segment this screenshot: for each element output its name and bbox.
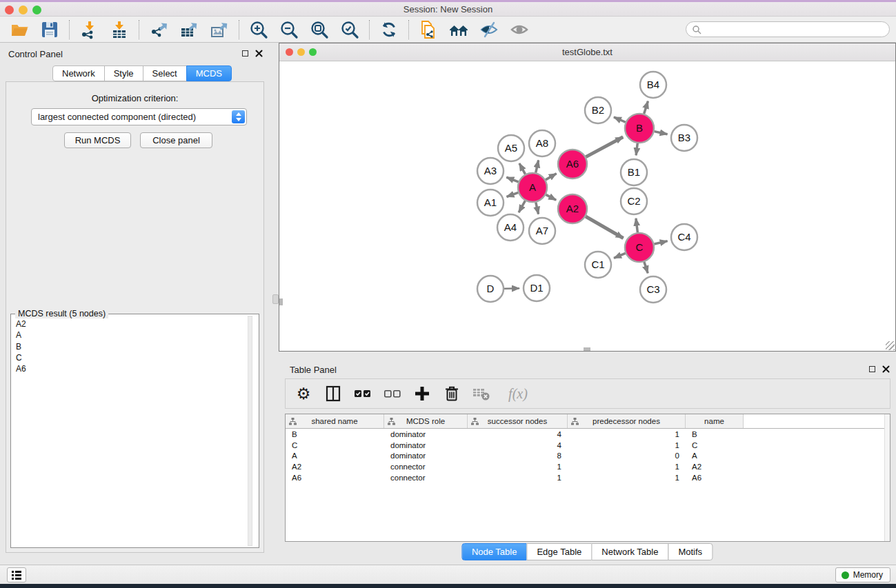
graph-node-A8[interactable]: A8 — [529, 130, 555, 156]
graph-node-D1[interactable]: D1 — [524, 275, 550, 301]
float-table-panel-icon[interactable] — [869, 366, 875, 372]
graph-edge-A-A1[interactable] — [507, 192, 519, 196]
table-row[interactable]: Adominator80A — [286, 451, 890, 462]
graph-node-C1[interactable]: C1 — [585, 252, 611, 278]
graph-node-C4[interactable]: C4 — [671, 224, 697, 250]
graph-edge-A-A3[interactable] — [506, 177, 518, 182]
graph-node-C[interactable]: C — [625, 233, 654, 262]
table-row[interactable]: Cdominator41C — [286, 440, 890, 451]
import-network-icon[interactable] — [79, 19, 99, 40]
table-settings-gear-icon[interactable]: ⚙ — [295, 385, 312, 403]
graph-edge-C-C2[interactable] — [636, 219, 637, 232]
run-mcds-button[interactable]: Run MCDS — [64, 132, 131, 148]
tab-style[interactable]: Style — [104, 65, 143, 81]
column-header-predecessor-nodes[interactable]: predecessor nodes — [568, 414, 686, 428]
export-network-icon[interactable] — [148, 19, 169, 40]
delete-table-icon[interactable] — [472, 385, 490, 403]
graph-node-A[interactable]: A — [518, 173, 547, 202]
zoom-selected-icon[interactable] — [339, 19, 360, 40]
float-panel-icon[interactable] — [242, 50, 248, 57]
show-all-eye-icon[interactable] — [509, 19, 530, 40]
graph-edge-C-C3[interactable] — [644, 262, 648, 273]
mcds-result-item[interactable]: A2 — [12, 318, 257, 330]
graph-node-A5[interactable]: A5 — [498, 135, 524, 161]
graph-node-B3[interactable]: B3 — [671, 125, 697, 151]
save-session-icon[interactable] — [39, 19, 60, 40]
graph-node-A1[interactable]: A1 — [477, 190, 504, 216]
graph-edge-B-B3[interactable] — [655, 132, 668, 134]
graph-edge-A-A4[interactable] — [519, 201, 525, 212]
tab-select[interactable]: Select — [143, 65, 187, 81]
mcds-result-item[interactable]: A — [12, 330, 257, 341]
graph-edge-A-A7[interactable] — [536, 202, 539, 214]
open-file-icon[interactable] — [9, 19, 30, 40]
graph-node-A7[interactable]: A7 — [529, 218, 555, 244]
tab-mcds[interactable]: MCDS — [186, 65, 232, 81]
graph-node-B2[interactable]: B2 — [585, 97, 611, 123]
graph-edge-A-A6[interactable] — [546, 174, 557, 180]
graph-node-A6[interactable]: A6 — [558, 150, 587, 179]
refresh-icon[interactable] — [379, 19, 399, 40]
graph-node-B[interactable]: B — [625, 114, 654, 143]
node-table[interactable]: shared name MCDS role successor nodes pr… — [285, 414, 890, 542]
column-header-successor-nodes[interactable]: successor nodes — [468, 414, 568, 428]
zoom-out-icon[interactable] — [279, 19, 299, 40]
graph-edge-B-B4[interactable] — [644, 101, 648, 114]
tab-node-table[interactable]: Node Table — [461, 543, 528, 560]
graph-node-A3[interactable]: A3 — [477, 158, 504, 184]
graph-edge-C-C4[interactable] — [654, 241, 667, 244]
close-panel-button[interactable]: Close panel — [140, 132, 212, 148]
graph-node-B4[interactable]: B4 — [640, 72, 666, 98]
tab-network-table[interactable]: Network Table — [591, 543, 668, 560]
column-header-name[interactable]: name — [686, 414, 744, 428]
tab-motifs[interactable]: Motifs — [668, 543, 713, 560]
graph-node-A2[interactable]: A2 — [558, 194, 587, 223]
graph-node-D[interactable]: D — [477, 276, 504, 302]
graph-edge-A6-B[interactable] — [586, 137, 623, 157]
mcds-result-item[interactable]: A6 — [12, 363, 257, 374]
import-table-icon[interactable] — [109, 19, 130, 40]
search-field[interactable] — [686, 21, 890, 37]
graph-edge-C-C1[interactable] — [614, 253, 626, 258]
homes-icon[interactable] — [448, 19, 469, 40]
export-table-icon[interactable] — [179, 19, 199, 40]
tab-network[interactable]: Network — [52, 65, 105, 81]
graph-edge-B-B1[interactable] — [636, 143, 637, 155]
network-window-titlebar[interactable]: testGlobe.txt — [279, 43, 895, 61]
delete-column-trash-icon[interactable] — [443, 385, 461, 403]
table-scrollbar[interactable] — [884, 414, 890, 541]
mcds-list-scrollbar[interactable] — [248, 316, 252, 546]
graph-edge-A2-C[interactable] — [586, 216, 624, 239]
graph-node-C3[interactable]: C3 — [640, 276, 666, 303]
select-all-checkboxes-icon[interactable] — [354, 385, 372, 403]
deselect-all-checkboxes-icon[interactable] — [384, 385, 401, 403]
table-row[interactable]: A2connector11A2 — [286, 461, 890, 472]
mcds-result-item[interactable]: C — [12, 352, 257, 363]
search-input[interactable] — [701, 25, 889, 34]
function-builder-icon[interactable]: f(x) — [502, 385, 534, 403]
close-table-panel-icon[interactable] — [882, 365, 890, 373]
task-history-button[interactable] — [7, 567, 26, 582]
graph-node-B1[interactable]: B1 — [621, 159, 647, 185]
graph-edge-A-A8[interactable] — [536, 160, 539, 172]
hide-selected-eye-icon[interactable] — [479, 19, 499, 40]
column-header-mcds-role[interactable]: MCDS role — [384, 414, 468, 428]
panel-splitter-grip[interactable] — [272, 294, 279, 304]
criterion-dropdown[interactable]: largest connected component (directed) — [31, 108, 247, 125]
graph-node-A4[interactable]: A4 — [497, 214, 524, 241]
graph-edge-A-A2[interactable] — [546, 194, 556, 200]
column-header-shared-name[interactable]: shared name — [286, 414, 384, 428]
zoom-in-icon[interactable] — [248, 19, 269, 40]
split-view-icon[interactable] — [324, 385, 342, 403]
new-session-from-network-icon[interactable] — [418, 19, 439, 40]
network-canvas[interactable]: B4B2BB3A5A8A6B1A3AA1C2A2A4A7CC4C1C3DD1 — [279, 62, 895, 351]
export-image-icon[interactable] — [209, 19, 230, 40]
zoom-fit-icon[interactable] — [309, 19, 330, 40]
mcds-result-item[interactable]: B — [12, 341, 257, 352]
table-row[interactable]: Bdominator41B — [286, 429, 890, 440]
graph-node-C2[interactable]: C2 — [621, 188, 647, 214]
graph-edge-B-B2[interactable] — [614, 117, 626, 122]
graph-edge-A-A5[interactable] — [519, 163, 526, 174]
table-row[interactable]: A6connector11A6 — [286, 472, 890, 483]
tab-edge-table[interactable]: Edge Table — [526, 543, 592, 560]
